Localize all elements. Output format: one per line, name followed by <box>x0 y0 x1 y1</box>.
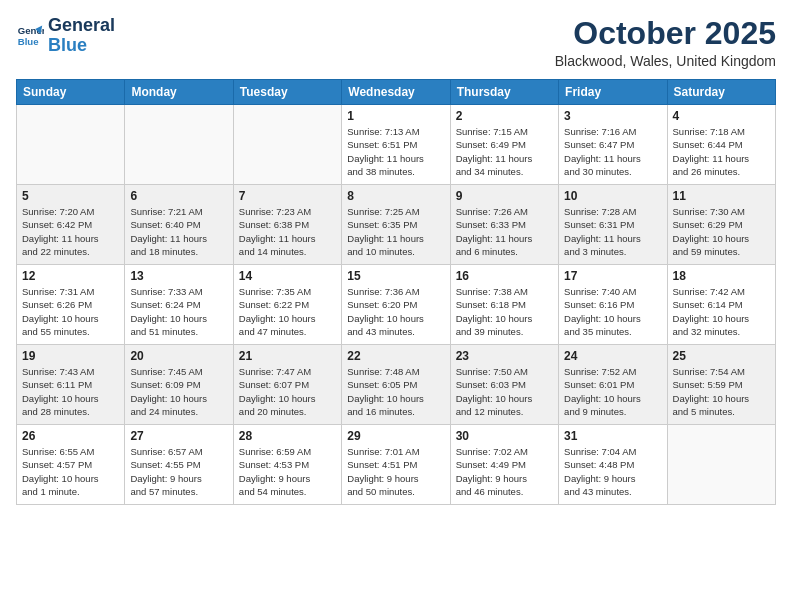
day-number: 19 <box>22 349 119 363</box>
day-number: 5 <box>22 189 119 203</box>
day-number: 8 <box>347 189 444 203</box>
calendar-table: Sunday Monday Tuesday Wednesday Thursday… <box>16 79 776 505</box>
day-info: Sunrise: 7:38 AM Sunset: 6:18 PM Dayligh… <box>456 285 553 338</box>
day-info: Sunrise: 6:57 AM Sunset: 4:55 PM Dayligh… <box>130 445 227 498</box>
day-number: 14 <box>239 269 336 283</box>
table-row: 13Sunrise: 7:33 AM Sunset: 6:24 PM Dayli… <box>125 265 233 345</box>
day-info: Sunrise: 7:28 AM Sunset: 6:31 PM Dayligh… <box>564 205 661 258</box>
day-info: Sunrise: 7:52 AM Sunset: 6:01 PM Dayligh… <box>564 365 661 418</box>
day-info: Sunrise: 7:02 AM Sunset: 4:49 PM Dayligh… <box>456 445 553 498</box>
table-row: 1Sunrise: 7:13 AM Sunset: 6:51 PM Daylig… <box>342 105 450 185</box>
table-row: 29Sunrise: 7:01 AM Sunset: 4:51 PM Dayli… <box>342 425 450 505</box>
day-number: 15 <box>347 269 444 283</box>
table-row <box>667 425 775 505</box>
day-number: 13 <box>130 269 227 283</box>
table-row: 15Sunrise: 7:36 AM Sunset: 6:20 PM Dayli… <box>342 265 450 345</box>
table-row: 2Sunrise: 7:15 AM Sunset: 6:49 PM Daylig… <box>450 105 558 185</box>
logo: General Blue General Blue <box>16 16 115 56</box>
day-number: 24 <box>564 349 661 363</box>
logo-icon: General Blue <box>16 22 44 50</box>
header: General Blue General Blue October 2025 B… <box>16 16 776 69</box>
table-row: 25Sunrise: 7:54 AM Sunset: 5:59 PM Dayli… <box>667 345 775 425</box>
calendar-week-row: 12Sunrise: 7:31 AM Sunset: 6:26 PM Dayli… <box>17 265 776 345</box>
day-number: 17 <box>564 269 661 283</box>
day-number: 9 <box>456 189 553 203</box>
day-info: Sunrise: 7:01 AM Sunset: 4:51 PM Dayligh… <box>347 445 444 498</box>
day-number: 3 <box>564 109 661 123</box>
day-info: Sunrise: 7:33 AM Sunset: 6:24 PM Dayligh… <box>130 285 227 338</box>
table-row: 16Sunrise: 7:38 AM Sunset: 6:18 PM Dayli… <box>450 265 558 345</box>
day-info: Sunrise: 7:50 AM Sunset: 6:03 PM Dayligh… <box>456 365 553 418</box>
calendar-week-row: 26Sunrise: 6:55 AM Sunset: 4:57 PM Dayli… <box>17 425 776 505</box>
table-row: 12Sunrise: 7:31 AM Sunset: 6:26 PM Dayli… <box>17 265 125 345</box>
day-number: 21 <box>239 349 336 363</box>
day-number: 23 <box>456 349 553 363</box>
col-thursday: Thursday <box>450 80 558 105</box>
table-row: 11Sunrise: 7:30 AM Sunset: 6:29 PM Dayli… <box>667 185 775 265</box>
day-info: Sunrise: 7:47 AM Sunset: 6:07 PM Dayligh… <box>239 365 336 418</box>
month-title: October 2025 <box>555 16 776 51</box>
table-row: 20Sunrise: 7:45 AM Sunset: 6:09 PM Dayli… <box>125 345 233 425</box>
day-info: Sunrise: 7:45 AM Sunset: 6:09 PM Dayligh… <box>130 365 227 418</box>
table-row: 17Sunrise: 7:40 AM Sunset: 6:16 PM Dayli… <box>559 265 667 345</box>
day-number: 18 <box>673 269 770 283</box>
table-row: 6Sunrise: 7:21 AM Sunset: 6:40 PM Daylig… <box>125 185 233 265</box>
day-info: Sunrise: 6:55 AM Sunset: 4:57 PM Dayligh… <box>22 445 119 498</box>
day-number: 20 <box>130 349 227 363</box>
col-monday: Monday <box>125 80 233 105</box>
table-row: 28Sunrise: 6:59 AM Sunset: 4:53 PM Dayli… <box>233 425 341 505</box>
calendar-week-row: 19Sunrise: 7:43 AM Sunset: 6:11 PM Dayli… <box>17 345 776 425</box>
day-info: Sunrise: 7:30 AM Sunset: 6:29 PM Dayligh… <box>673 205 770 258</box>
day-number: 29 <box>347 429 444 443</box>
day-info: Sunrise: 7:48 AM Sunset: 6:05 PM Dayligh… <box>347 365 444 418</box>
table-row: 21Sunrise: 7:47 AM Sunset: 6:07 PM Dayli… <box>233 345 341 425</box>
day-number: 10 <box>564 189 661 203</box>
logo-text: General Blue <box>48 16 115 56</box>
day-number: 25 <box>673 349 770 363</box>
day-info: Sunrise: 7:15 AM Sunset: 6:49 PM Dayligh… <box>456 125 553 178</box>
table-row: 4Sunrise: 7:18 AM Sunset: 6:44 PM Daylig… <box>667 105 775 185</box>
day-info: Sunrise: 7:42 AM Sunset: 6:14 PM Dayligh… <box>673 285 770 338</box>
day-info: Sunrise: 7:18 AM Sunset: 6:44 PM Dayligh… <box>673 125 770 178</box>
table-row: 5Sunrise: 7:20 AM Sunset: 6:42 PM Daylig… <box>17 185 125 265</box>
day-number: 22 <box>347 349 444 363</box>
day-number: 12 <box>22 269 119 283</box>
title-section: October 2025 Blackwood, Wales, United Ki… <box>555 16 776 69</box>
calendar-week-row: 5Sunrise: 7:20 AM Sunset: 6:42 PM Daylig… <box>17 185 776 265</box>
day-info: Sunrise: 7:40 AM Sunset: 6:16 PM Dayligh… <box>564 285 661 338</box>
table-row: 9Sunrise: 7:26 AM Sunset: 6:33 PM Daylig… <box>450 185 558 265</box>
table-row: 24Sunrise: 7:52 AM Sunset: 6:01 PM Dayli… <box>559 345 667 425</box>
day-info: Sunrise: 7:16 AM Sunset: 6:47 PM Dayligh… <box>564 125 661 178</box>
table-row: 19Sunrise: 7:43 AM Sunset: 6:11 PM Dayli… <box>17 345 125 425</box>
table-row: 26Sunrise: 6:55 AM Sunset: 4:57 PM Dayli… <box>17 425 125 505</box>
day-number: 4 <box>673 109 770 123</box>
page-container: General Blue General Blue October 2025 B… <box>0 0 792 515</box>
day-info: Sunrise: 7:36 AM Sunset: 6:20 PM Dayligh… <box>347 285 444 338</box>
col-friday: Friday <box>559 80 667 105</box>
table-row: 31Sunrise: 7:04 AM Sunset: 4:48 PM Dayli… <box>559 425 667 505</box>
day-number: 2 <box>456 109 553 123</box>
day-number: 30 <box>456 429 553 443</box>
calendar-header-row: Sunday Monday Tuesday Wednesday Thursday… <box>17 80 776 105</box>
col-sunday: Sunday <box>17 80 125 105</box>
day-info: Sunrise: 7:20 AM Sunset: 6:42 PM Dayligh… <box>22 205 119 258</box>
location-title: Blackwood, Wales, United Kingdom <box>555 53 776 69</box>
calendar-week-row: 1Sunrise: 7:13 AM Sunset: 6:51 PM Daylig… <box>17 105 776 185</box>
day-info: Sunrise: 7:21 AM Sunset: 6:40 PM Dayligh… <box>130 205 227 258</box>
table-row: 14Sunrise: 7:35 AM Sunset: 6:22 PM Dayli… <box>233 265 341 345</box>
table-row: 30Sunrise: 7:02 AM Sunset: 4:49 PM Dayli… <box>450 425 558 505</box>
table-row: 8Sunrise: 7:25 AM Sunset: 6:35 PM Daylig… <box>342 185 450 265</box>
day-info: Sunrise: 7:26 AM Sunset: 6:33 PM Dayligh… <box>456 205 553 258</box>
table-row: 7Sunrise: 7:23 AM Sunset: 6:38 PM Daylig… <box>233 185 341 265</box>
day-number: 7 <box>239 189 336 203</box>
day-info: Sunrise: 7:04 AM Sunset: 4:48 PM Dayligh… <box>564 445 661 498</box>
table-row: 10Sunrise: 7:28 AM Sunset: 6:31 PM Dayli… <box>559 185 667 265</box>
table-row <box>233 105 341 185</box>
table-row: 27Sunrise: 6:57 AM Sunset: 4:55 PM Dayli… <box>125 425 233 505</box>
day-number: 16 <box>456 269 553 283</box>
day-number: 6 <box>130 189 227 203</box>
day-info: Sunrise: 6:59 AM Sunset: 4:53 PM Dayligh… <box>239 445 336 498</box>
day-info: Sunrise: 7:35 AM Sunset: 6:22 PM Dayligh… <box>239 285 336 338</box>
table-row: 18Sunrise: 7:42 AM Sunset: 6:14 PM Dayli… <box>667 265 775 345</box>
col-tuesday: Tuesday <box>233 80 341 105</box>
